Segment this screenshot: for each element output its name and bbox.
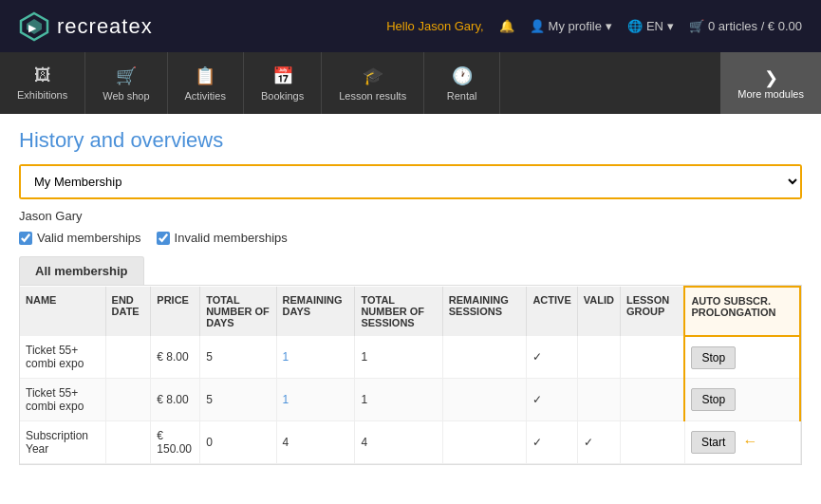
language-arrow-icon: ▾ [667, 19, 674, 33]
row1-end-date [105, 336, 151, 379]
row3-name: Subscription Year [20, 421, 105, 464]
activities-icon: 📋 [195, 65, 215, 86]
table-header-row: NAME END DATE PRICE TOTAL NUMBER OF DAYS… [20, 287, 800, 336]
more-arrow-icon: ❯ [764, 67, 778, 88]
nav-activities[interactable]: 📋 Activities [168, 52, 244, 114]
invalid-memberships-filter[interactable]: Invalid memberships [157, 231, 288, 245]
profile-button[interactable]: 👤 My profile ▾ [530, 19, 612, 33]
language-label: EN [646, 19, 663, 33]
logo-text: recreatex [57, 14, 153, 39]
bell-icon: 🔔 [499, 19, 514, 33]
row3-total-sessions: 4 [355, 421, 442, 464]
globe-icon: 🌐 [627, 19, 643, 33]
nav-rental[interactable]: 🕐 Rental [424, 52, 500, 114]
rental-icon: 🕐 [452, 65, 473, 86]
invalid-memberships-checkbox[interactable] [157, 232, 170, 245]
col-total-sessions: TOTAL NUMBER OF SESSIONS [355, 287, 442, 336]
page-content: History and overviews My Membership My B… [0, 114, 821, 479]
row1-total-sessions: 1 [355, 336, 442, 379]
row3-lesson-group [620, 421, 684, 464]
col-auto-subscr: AUTO SUBSCR. PROLONGATION [684, 287, 800, 336]
language-button[interactable]: 🌐 EN ▾ [627, 19, 674, 33]
row2-total-days: 5 [200, 379, 276, 421]
user-icon: 👤 [530, 19, 545, 33]
lesson-icon: 🎓 [363, 65, 383, 86]
row2-valid [577, 379, 620, 421]
row2-price: € 8.00 [151, 379, 200, 421]
exhibitions-icon: 🖼 [34, 65, 51, 85]
cart-button[interactable]: 🛒 0 articles / € 0.00 [689, 19, 802, 33]
row2-total-sessions: 1 [355, 379, 442, 421]
row3-price: € 150.00 [151, 421, 200, 464]
col-lesson-group: LESSON GROUP [620, 287, 684, 336]
col-valid: VALID [577, 287, 620, 336]
svg-text:▶: ▶ [28, 23, 37, 33]
user-name: Jason Gary [19, 209, 802, 223]
invalid-memberships-label: Invalid memberships [175, 231, 288, 245]
row3-remaining-days: 4 [276, 421, 355, 464]
nav-lesson-label: Lesson results [339, 90, 406, 102]
profile-label: My profile [549, 19, 602, 33]
col-remaining-sessions: REMAINING SESSIONS [442, 287, 527, 336]
cart-label: 0 articles / € 0.00 [708, 19, 802, 33]
valid-memberships-filter[interactable]: Valid memberships [19, 231, 141, 245]
row2-end-date [105, 379, 151, 421]
header-right: Hello Jason Gary, 🔔 👤 My profile ▾ 🌐 EN … [386, 19, 802, 33]
col-end-date: END DATE [105, 287, 151, 336]
row1-valid [577, 336, 620, 379]
row3-valid: ✓ [577, 421, 620, 464]
valid-memberships-label: Valid memberships [37, 231, 141, 245]
nav-rental-label: Rental [447, 90, 477, 102]
row1-active: ✓ [527, 336, 577, 379]
row2-remaining-days: 1 [276, 379, 355, 421]
valid-memberships-checkbox[interactable] [19, 232, 32, 245]
table-row: Subscription Year € 150.00 0 4 4 ✓ ✓ Sta… [20, 421, 800, 464]
more-modules-label: More modules [737, 88, 804, 100]
filter-row: Valid memberships Invalid memberships [19, 231, 802, 245]
bookings-icon: 📅 [272, 65, 293, 86]
stop-button-1[interactable]: Stop [691, 346, 736, 369]
nav-webshop[interactable]: 🛒 Web shop [85, 52, 167, 114]
nav-exhibitions-label: Exhibitions [17, 89, 67, 101]
col-remaining-days: REMAINING DAYS [276, 287, 355, 336]
membership-dropdown-wrapper: My Membership My Bookings My Tickets [19, 164, 802, 199]
tab-row: All membership [19, 256, 802, 285]
nav-more-modules[interactable]: ❯ More modules [720, 52, 821, 114]
nav-lesson-results[interactable]: 🎓 Lesson results [322, 52, 424, 114]
row2-name: Ticket 55+ combi expo [20, 379, 105, 421]
row2-active: ✓ [527, 379, 577, 421]
row1-action: Stop [684, 336, 800, 379]
row2-lesson-group [620, 379, 684, 421]
row3-remaining-sessions [442, 421, 527, 464]
tab-all-membership[interactable]: All membership [19, 256, 144, 285]
row2-remaining-sessions [442, 379, 527, 421]
row3-end-date [105, 421, 151, 464]
arrow-right-icon: ← [743, 433, 758, 449]
webshop-icon: 🛒 [116, 65, 137, 86]
membership-dropdown[interactable]: My Membership My Bookings My Tickets [21, 166, 800, 197]
row1-price: € 8.00 [151, 336, 200, 379]
membership-table: NAME END DATE PRICE TOTAL NUMBER OF DAYS… [20, 286, 801, 464]
row1-remaining-days: 1 [276, 336, 355, 379]
nav-activities-label: Activities [185, 90, 226, 102]
nav-exhibitions[interactable]: 🖼 Exhibitions [0, 52, 85, 114]
bell-button[interactable]: 🔔 [499, 19, 514, 33]
navbar: 🖼 Exhibitions 🛒 Web shop 📋 Activities 📅 … [0, 52, 821, 114]
stop-button-2[interactable]: Stop [691, 388, 736, 411]
membership-table-container: NAME END DATE PRICE TOTAL NUMBER OF DAYS… [19, 285, 802, 465]
col-price: PRICE [151, 287, 200, 336]
col-name: NAME [20, 287, 105, 336]
col-active: ACTIVE [527, 287, 577, 336]
nav-webshop-label: Web shop [103, 90, 149, 102]
greeting-text: Hello Jason Gary, [386, 19, 483, 33]
row1-total-days: 5 [200, 336, 276, 379]
logo: ▶ recreatex [19, 11, 153, 42]
nav-bookings[interactable]: 📅 Bookings [244, 52, 322, 114]
nav-bookings-label: Bookings [261, 90, 304, 102]
start-button-1[interactable]: Start [691, 431, 736, 454]
row1-remaining-sessions [442, 336, 527, 379]
logo-icon: ▶ [19, 11, 49, 42]
cart-icon: 🛒 [689, 19, 704, 33]
profile-arrow-icon: ▾ [606, 19, 612, 33]
page-title: History and overviews [19, 128, 802, 153]
